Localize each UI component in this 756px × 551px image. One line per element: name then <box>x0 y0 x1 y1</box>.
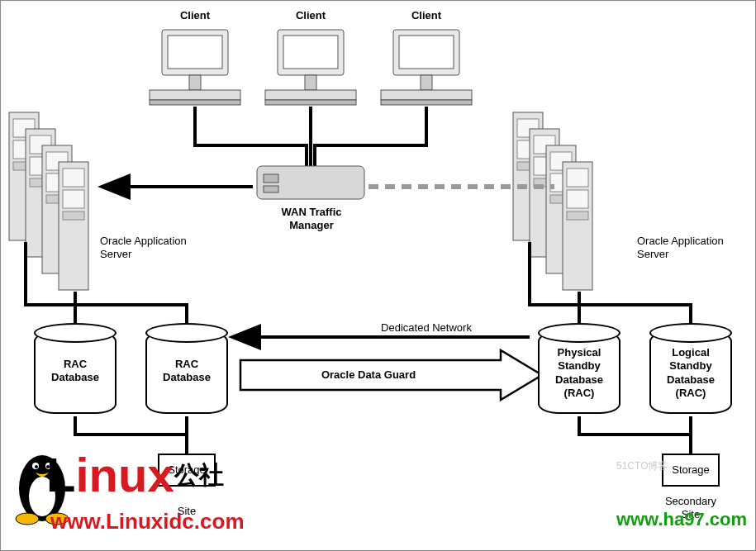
wan-icon <box>257 166 364 199</box>
oas-right-label: Oracle ApplicationServer <box>637 235 753 262</box>
server-icon <box>563 162 592 290</box>
linuxidc-watermark: Linux公社 <box>46 447 224 502</box>
faint-watermark: 51CTO博客 <box>616 459 668 473</box>
rac-db-top <box>145 323 228 343</box>
client-icon <box>381 30 472 105</box>
logical-standby-label: LogicalStandbyDatabase(RAC) <box>649 346 732 400</box>
data-guard-label: Oracle Data Guard <box>286 368 451 382</box>
oas-left-label: Oracle ApplicationServer <box>100 235 216 262</box>
client-label: Client <box>402 9 451 22</box>
client-label: Client <box>170 9 220 22</box>
svg-point-23 <box>16 513 39 525</box>
linuxidc-url: www.Linuxidc.com <box>50 509 245 534</box>
client-label: Client <box>286 9 335 22</box>
client-icon <box>265 30 356 105</box>
storage-right: Storage <box>662 454 720 487</box>
client-icon <box>150 30 240 105</box>
rac-db-top <box>34 323 116 343</box>
svg-point-21 <box>35 465 38 468</box>
rac-db-label: RACDatabase <box>145 358 228 385</box>
logical-standby-top <box>649 323 732 343</box>
physical-standby-label: PhysicalStandbyDatabase(RAC) <box>538 346 620 400</box>
physical-standby-top <box>538 323 620 343</box>
dedicated-network-label: Dedicated Network <box>360 321 492 335</box>
wan-label: WAN TrafficManager <box>262 206 361 233</box>
rac-db-label: RACDatabase <box>34 358 116 385</box>
server-icon <box>59 162 88 290</box>
ha97-watermark: www.ha97.com <box>616 509 747 530</box>
